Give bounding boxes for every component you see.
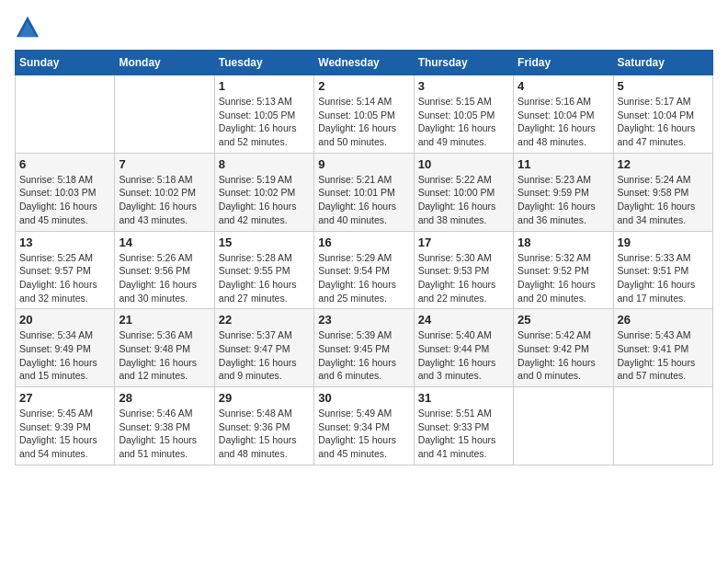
day-info: Sunrise: 5:21 AM Sunset: 10:01 PM Daylig…: [318, 173, 409, 227]
day-number: 19: [618, 236, 709, 249]
day-number: 28: [119, 391, 210, 405]
day-number: 6: [19, 157, 110, 171]
day-number: 30: [318, 391, 409, 405]
day-number: 31: [418, 391, 509, 405]
day-info: Sunrise: 5:24 AM Sunset: 9:58 PM Dayligh…: [618, 173, 709, 227]
day-info: Sunrise: 5:37 AM Sunset: 9:47 PM Dayligh…: [219, 328, 310, 383]
day-info: Sunrise: 5:28 AM Sunset: 9:55 PM Dayligh…: [219, 251, 310, 305]
calendar-cell: 17Sunrise: 5:30 AM Sunset: 9:53 PM Dayli…: [414, 231, 513, 309]
day-number: 9: [318, 157, 409, 171]
calendar-cell: 25Sunrise: 5:42 AM Sunset: 9:42 PM Dayli…: [514, 309, 613, 387]
day-number: 17: [418, 236, 509, 249]
day-number: 25: [518, 313, 609, 327]
day-info: Sunrise: 5:43 AM Sunset: 9:41 PM Dayligh…: [618, 328, 709, 383]
logo: [15, 15, 44, 40]
calendar-cell: 7Sunrise: 5:18 AM Sunset: 10:02 PM Dayli…: [115, 153, 214, 231]
calendar-cell: 19Sunrise: 5:33 AM Sunset: 9:51 PM Dayli…: [613, 231, 712, 309]
day-number: 20: [19, 313, 110, 327]
calendar-week-row: 1Sunrise: 5:13 AM Sunset: 10:05 PM Dayli…: [16, 75, 713, 154]
calendar-cell: 15Sunrise: 5:28 AM Sunset: 9:55 PM Dayli…: [214, 231, 313, 309]
day-info: Sunrise: 5:45 AM Sunset: 9:39 PM Dayligh…: [19, 407, 110, 461]
calendar-cell: 12Sunrise: 5:24 AM Sunset: 9:58 PM Dayli…: [613, 153, 712, 231]
page-header: [15, 15, 713, 40]
calendar-day-header: Sunday: [16, 51, 115, 75]
calendar-cell: 23Sunrise: 5:39 AM Sunset: 9:45 PM Dayli…: [314, 309, 414, 387]
calendar-day-header: Friday: [514, 51, 613, 75]
day-number: 4: [518, 79, 609, 93]
calendar-cell: 29Sunrise: 5:48 AM Sunset: 9:36 PM Dayli…: [214, 387, 313, 465]
calendar-week-row: 20Sunrise: 5:34 AM Sunset: 9:49 PM Dayli…: [16, 309, 713, 387]
day-info: Sunrise: 5:13 AM Sunset: 10:05 PM Daylig…: [219, 95, 310, 149]
calendar-cell: [514, 387, 613, 465]
day-number: 24: [418, 313, 509, 327]
calendar-day-header: Thursday: [414, 51, 513, 75]
calendar-week-row: 27Sunrise: 5:45 AM Sunset: 9:39 PM Dayli…: [16, 387, 713, 465]
day-info: Sunrise: 5:32 AM Sunset: 9:52 PM Dayligh…: [518, 251, 609, 305]
day-number: 16: [318, 236, 409, 249]
calendar-day-header: Monday: [115, 51, 214, 75]
day-info: Sunrise: 5:25 AM Sunset: 9:57 PM Dayligh…: [19, 251, 110, 305]
day-number: 1: [219, 79, 310, 93]
calendar-cell: 26Sunrise: 5:43 AM Sunset: 9:41 PM Dayli…: [613, 309, 712, 387]
day-info: Sunrise: 5:49 AM Sunset: 9:34 PM Dayligh…: [318, 407, 409, 461]
calendar-cell: 3Sunrise: 5:15 AM Sunset: 10:05 PM Dayli…: [414, 75, 513, 154]
calendar-cell: 2Sunrise: 5:14 AM Sunset: 10:05 PM Dayli…: [314, 75, 414, 154]
day-number: 14: [119, 236, 210, 249]
calendar-cell: 30Sunrise: 5:49 AM Sunset: 9:34 PM Dayli…: [314, 387, 414, 465]
calendar-cell: [613, 387, 712, 465]
calendar-cell: [115, 75, 214, 154]
day-number: 10: [418, 157, 509, 171]
calendar-cell: 16Sunrise: 5:29 AM Sunset: 9:54 PM Dayli…: [314, 231, 414, 309]
calendar-cell: 18Sunrise: 5:32 AM Sunset: 9:52 PM Dayli…: [514, 231, 613, 309]
day-number: 7: [119, 157, 210, 171]
day-info: Sunrise: 5:33 AM Sunset: 9:51 PM Dayligh…: [618, 251, 709, 305]
calendar-cell: 28Sunrise: 5:46 AM Sunset: 9:38 PM Dayli…: [115, 387, 214, 465]
day-info: Sunrise: 5:42 AM Sunset: 9:42 PM Dayligh…: [518, 328, 609, 383]
calendar-cell: 13Sunrise: 5:25 AM Sunset: 9:57 PM Dayli…: [16, 231, 115, 309]
day-info: Sunrise: 5:23 AM Sunset: 9:59 PM Dayligh…: [518, 173, 609, 227]
day-number: 18: [518, 236, 609, 249]
calendar-cell: 24Sunrise: 5:40 AM Sunset: 9:44 PM Dayli…: [414, 309, 513, 387]
day-info: Sunrise: 5:19 AM Sunset: 10:02 PM Daylig…: [219, 173, 310, 227]
calendar-cell: 20Sunrise: 5:34 AM Sunset: 9:49 PM Dayli…: [16, 309, 115, 387]
calendar-table: SundayMondayTuesdayWednesdayThursdayFrid…: [15, 50, 713, 465]
calendar-cell: 6Sunrise: 5:18 AM Sunset: 10:03 PM Dayli…: [16, 153, 115, 231]
calendar-cell: 21Sunrise: 5:36 AM Sunset: 9:48 PM Dayli…: [115, 309, 214, 387]
day-info: Sunrise: 5:29 AM Sunset: 9:54 PM Dayligh…: [318, 251, 409, 305]
day-number: 23: [318, 313, 409, 327]
day-info: Sunrise: 5:18 AM Sunset: 10:02 PM Daylig…: [119, 173, 210, 227]
day-info: Sunrise: 5:26 AM Sunset: 9:56 PM Dayligh…: [119, 251, 210, 305]
calendar-day-header: Saturday: [613, 51, 712, 75]
day-number: 22: [219, 313, 310, 327]
calendar-cell: 22Sunrise: 5:37 AM Sunset: 9:47 PM Dayli…: [214, 309, 313, 387]
day-number: 21: [119, 313, 210, 327]
day-info: Sunrise: 5:40 AM Sunset: 9:44 PM Dayligh…: [418, 328, 509, 383]
calendar-day-header: Wednesday: [314, 51, 414, 75]
calendar-cell: 27Sunrise: 5:45 AM Sunset: 9:39 PM Dayli…: [16, 387, 115, 465]
calendar-cell: 5Sunrise: 5:17 AM Sunset: 10:04 PM Dayli…: [613, 75, 712, 154]
calendar-week-row: 6Sunrise: 5:18 AM Sunset: 10:03 PM Dayli…: [16, 153, 713, 231]
calendar-cell: 1Sunrise: 5:13 AM Sunset: 10:05 PM Dayli…: [214, 75, 313, 154]
day-number: 13: [19, 236, 110, 249]
day-info: Sunrise: 5:17 AM Sunset: 10:04 PM Daylig…: [618, 95, 709, 149]
calendar-cell: [16, 75, 115, 154]
day-info: Sunrise: 5:18 AM Sunset: 10:03 PM Daylig…: [19, 173, 110, 227]
day-number: 8: [219, 157, 310, 171]
calendar-cell: 8Sunrise: 5:19 AM Sunset: 10:02 PM Dayli…: [214, 153, 313, 231]
day-number: 26: [618, 313, 709, 327]
calendar-cell: 9Sunrise: 5:21 AM Sunset: 10:01 PM Dayli…: [314, 153, 414, 231]
day-number: 29: [219, 391, 310, 405]
logo-icon: [15, 15, 40, 40]
day-info: Sunrise: 5:51 AM Sunset: 9:33 PM Dayligh…: [418, 407, 509, 461]
day-info: Sunrise: 5:30 AM Sunset: 9:53 PM Dayligh…: [418, 251, 509, 305]
day-number: 3: [418, 79, 509, 93]
calendar-week-row: 13Sunrise: 5:25 AM Sunset: 9:57 PM Dayli…: [16, 231, 713, 309]
day-number: 15: [219, 236, 310, 249]
calendar-header-row: SundayMondayTuesdayWednesdayThursdayFrid…: [16, 51, 713, 75]
day-info: Sunrise: 5:39 AM Sunset: 9:45 PM Dayligh…: [318, 328, 409, 383]
calendar-cell: 4Sunrise: 5:16 AM Sunset: 10:04 PM Dayli…: [514, 75, 613, 154]
day-info: Sunrise: 5:48 AM Sunset: 9:36 PM Dayligh…: [219, 407, 310, 461]
day-info: Sunrise: 5:36 AM Sunset: 9:48 PM Dayligh…: [119, 328, 210, 383]
day-info: Sunrise: 5:22 AM Sunset: 10:00 PM Daylig…: [418, 173, 509, 227]
calendar-cell: 31Sunrise: 5:51 AM Sunset: 9:33 PM Dayli…: [414, 387, 513, 465]
